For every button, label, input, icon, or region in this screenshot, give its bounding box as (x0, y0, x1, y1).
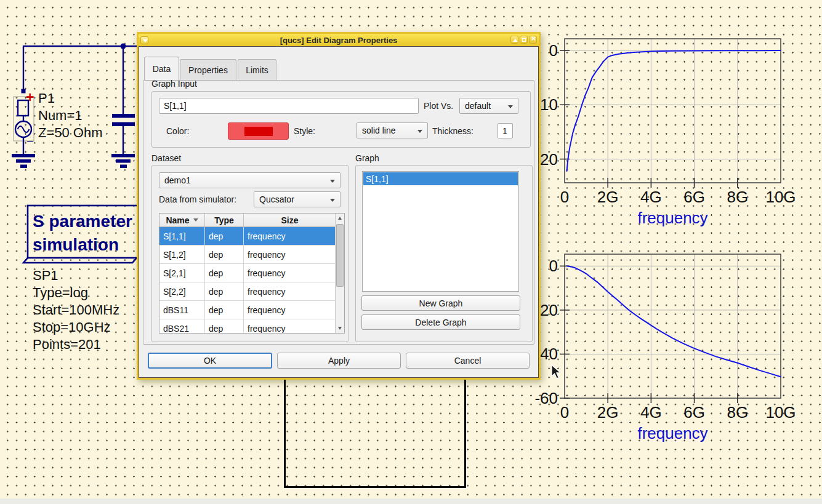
table-cell: frequency (244, 282, 336, 300)
table-row[interactable]: S[1,1]depfrequency (159, 227, 344, 246)
delete-graph-button[interactable]: Delete Graph (361, 314, 520, 330)
scrollbar-up-icon[interactable] (338, 217, 342, 220)
tab-limits[interactable]: Limits (238, 59, 276, 80)
x-tick-label: 6G (683, 188, 705, 206)
dataset-table-scrollbar[interactable] (335, 214, 344, 333)
table-row[interactable]: dBS11depfrequency (159, 301, 344, 319)
simulator-dropdown[interactable]: Qucsator (254, 191, 340, 207)
simulation-property[interactable]: Start=100MHz (33, 302, 119, 319)
window-menu-icon[interactable] (140, 36, 148, 44)
simulation-property[interactable]: Points=201 (33, 336, 119, 353)
table-cell: S[2,2] (159, 282, 205, 300)
x-tick-label: 4G (640, 403, 662, 422)
color-label: Color: (166, 126, 189, 136)
dataset-table[interactable]: NameTypeSize S[1,1]depfrequencyS[1,2]dep… (159, 213, 345, 334)
apply-button[interactable]: Apply (277, 353, 401, 369)
component-property[interactable]: Z=50 Ohm (38, 124, 103, 142)
scrollbar-down-icon[interactable] (338, 327, 342, 330)
simulation-box-title[interactable]: S parameter simulation (33, 210, 132, 257)
edit-diagram-properties-dialog[interactable]: [qucs] Edit Diagram Properties ✕ DataPro… (137, 32, 541, 380)
table-row[interactable]: S[2,2]depfrequency (159, 282, 344, 301)
x-tick-label: 0 (560, 403, 569, 422)
graph-group-label: Graph (355, 153, 379, 163)
scrollbar-thumb[interactable] (336, 224, 344, 287)
table-cell: dep (205, 301, 244, 319)
color-swatch (244, 127, 273, 136)
plot-curve (567, 50, 781, 171)
component-property[interactable]: Num=1 (38, 107, 103, 124)
tab-properties[interactable]: Properties (180, 59, 236, 80)
graph-input-field[interactable]: S[1,1] (159, 98, 419, 114)
port-p1-labels[interactable]: P1 Num=1Z=50 Ohm (38, 90, 103, 142)
dialog-titlebar[interactable]: [qucs] Edit Diagram Properties ✕ (139, 34, 539, 46)
dataset-group-label: Dataset (151, 153, 181, 163)
plot-vs-dropdown[interactable]: default (459, 98, 518, 114)
maximize-button[interactable] (520, 36, 528, 44)
tab-data[interactable]: Data (144, 57, 179, 80)
simulation-property[interactable]: SP1 (33, 267, 119, 284)
ground-symbol[interactable] (111, 154, 135, 168)
wire-junction-dot (121, 44, 126, 49)
style-dropdown[interactable]: solid line (357, 122, 428, 138)
table-cell: dep (205, 227, 244, 245)
dataset-table-header[interactable]: NameTypeSize (159, 214, 344, 227)
new-graph-button[interactable]: New Graph (361, 295, 520, 311)
column-header-size[interactable]: Size (244, 214, 336, 226)
x-tick-label: 2G (597, 403, 619, 422)
x-tick-label: 0 (560, 188, 569, 206)
close-button[interactable]: ✕ (529, 36, 537, 44)
dialog-title: [qucs] Edit Diagram Properties (139, 36, 539, 45)
table-cell: dep (205, 264, 244, 282)
x-tick-label: 8G (727, 403, 748, 422)
x-tick-label: 8G (727, 188, 748, 206)
y-tick-label: 0 (549, 257, 558, 275)
x-tick-label: 2G (597, 188, 619, 206)
port-p1-symbol[interactable]: + − (14, 89, 34, 149)
table-cell: frequency (244, 227, 336, 245)
dataset-dropdown[interactable]: demo1 (159, 172, 340, 188)
x-tick-label: 10G (765, 403, 796, 422)
table-cell: frequency (244, 301, 336, 319)
diagram-top[interactable]: 02G4G6G8G10G0-10-20frequency (518, 33, 796, 231)
ok-button[interactable]: OK (148, 353, 272, 369)
table-row[interactable]: dBS21depfrequency (159, 319, 344, 334)
column-header-name[interactable]: Name (159, 214, 205, 226)
color-button[interactable] (228, 122, 289, 140)
graph-list[interactable]: S[1,1] (362, 171, 519, 292)
x-axis-label: frequency (637, 209, 707, 227)
shade-button[interactable] (510, 36, 518, 44)
capacitor-symbol[interactable] (112, 114, 135, 126)
column-header-type[interactable]: Type (205, 214, 244, 226)
window-edge-strip (0, 498, 822, 504)
x-tick-label: 4G (640, 188, 662, 206)
plot-vs-label: Plot Vs. (424, 101, 453, 111)
component-name[interactable]: P1 (38, 90, 103, 107)
table-row[interactable]: S[1,2]depfrequency (159, 246, 344, 264)
table-cell: dep (205, 319, 244, 334)
graph-list-item[interactable]: S[1,1] (363, 172, 518, 185)
port-minus-sign: − (26, 135, 34, 148)
table-cell: S[1,2] (159, 246, 205, 263)
thickness-label: Thickness: (432, 126, 473, 136)
simulation-property[interactable]: Type=log (33, 284, 119, 302)
style-label: Style: (294, 126, 315, 136)
table-cell: dep (205, 246, 244, 263)
simulation-property[interactable]: Stop=10GHz (33, 319, 119, 336)
ground-symbol[interactable] (12, 154, 35, 168)
plot-frame (565, 39, 781, 183)
simulation-properties[interactable]: SP1Type=logStart=100MHzStop=10GHzPoints=… (33, 267, 119, 353)
port-plus-sign: + (26, 89, 34, 105)
cancel-button[interactable]: Cancel (406, 353, 530, 369)
table-cell: dBS11 (159, 301, 205, 319)
x-tick-label: 6G (683, 403, 705, 422)
table-row[interactable]: S[2,1]depfrequency (159, 264, 344, 282)
component-properties[interactable]: Num=1Z=50 Ohm (38, 107, 103, 142)
thickness-input[interactable]: 1 (498, 123, 513, 138)
y-tick-label: 0 (549, 41, 558, 60)
table-cell: dep (205, 282, 244, 300)
circuit-schematic[interactable]: + − (0, 0, 160, 178)
table-cell: S[1,1] (159, 227, 205, 245)
table-cell: S[2,1] (159, 264, 205, 282)
diagram-bottom[interactable]: 02G4G6G8G10G0-20-40-60frequency (518, 248, 796, 446)
schematic-canvas[interactable]: { "window": { "title": "[qucs] Edit Diag… (0, 0, 822, 504)
